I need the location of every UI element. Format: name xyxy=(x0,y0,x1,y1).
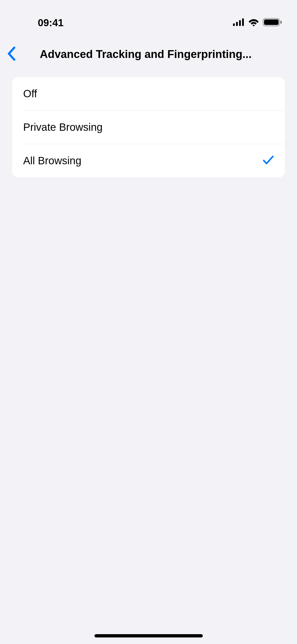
checkmark-icon xyxy=(263,155,274,167)
cellular-icon xyxy=(233,18,245,27)
svg-rect-5 xyxy=(264,19,279,25)
status-icons xyxy=(233,18,284,28)
svg-rect-1 xyxy=(236,22,238,26)
svg-rect-3 xyxy=(242,18,244,26)
home-indicator xyxy=(94,634,203,637)
option-off[interactable]: Off xyxy=(12,77,285,110)
option-label: All Browsing xyxy=(23,155,81,167)
option-label: Private Browsing xyxy=(23,121,103,133)
option-label: Off xyxy=(23,88,37,100)
navigation-bar: Advanced Tracking and Fingerprinting... xyxy=(0,35,297,68)
status-bar: 09:41 xyxy=(0,0,297,35)
svg-rect-0 xyxy=(233,23,235,26)
chevron-left-icon xyxy=(7,46,16,62)
options-list: Off Private Browsing All Browsing xyxy=(12,77,285,177)
back-button[interactable] xyxy=(7,46,16,62)
page-title: Advanced Tracking and Fingerprinting... xyxy=(8,48,289,60)
wifi-icon xyxy=(248,18,259,27)
battery-icon xyxy=(263,18,282,28)
status-time: 09:41 xyxy=(13,17,63,28)
option-private-browsing[interactable]: Private Browsing xyxy=(12,111,285,144)
svg-rect-2 xyxy=(239,20,241,26)
option-all-browsing[interactable]: All Browsing xyxy=(12,144,285,177)
svg-rect-6 xyxy=(280,21,282,24)
